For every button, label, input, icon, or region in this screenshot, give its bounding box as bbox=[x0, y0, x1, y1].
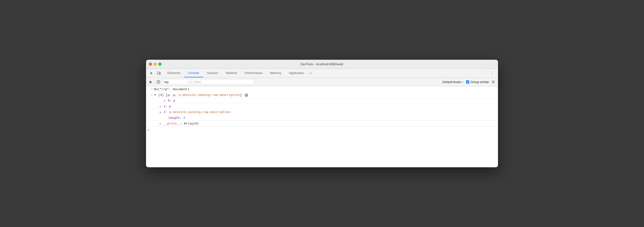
window-title: DevTools - localhost:8080/web/ bbox=[300, 62, 344, 66]
expand-icon-0[interactable]: ▶ bbox=[164, 100, 166, 102]
close-button[interactable] bbox=[149, 63, 152, 66]
default-levels-button[interactable]: Default levels ▾ bbox=[441, 79, 465, 85]
tabs-left-icons bbox=[147, 69, 164, 77]
prompt-symbol: > bbox=[148, 128, 149, 132]
collapse-arrow[interactable]: ▼ bbox=[154, 93, 156, 97]
console-input-text: $x("//p", document) bbox=[154, 88, 189, 91]
console-output: > $x("//p", document) < ▼ (3) [p, p, p.d… bbox=[146, 86, 498, 167]
tab-performance[interactable]: Performance bbox=[241, 69, 266, 77]
group-similar-label: Group similar bbox=[471, 80, 489, 84]
tab-memory[interactable]: Memory bbox=[266, 69, 285, 77]
svg-marker-2 bbox=[150, 81, 152, 83]
more-options-button[interactable]: ⋮ bbox=[488, 70, 495, 76]
gear-icon: ⚙ bbox=[492, 80, 495, 84]
expand-proto-icon[interactable]: ▶ bbox=[160, 123, 161, 125]
traffic-lights bbox=[149, 63, 162, 66]
svg-line-5 bbox=[157, 81, 160, 83]
levels-arrow-icon: ▾ bbox=[462, 81, 463, 83]
tab-elements[interactable]: Elements bbox=[164, 69, 184, 77]
levels-label: Default levels bbox=[442, 80, 461, 84]
settings-gear-button[interactable]: ⚙ bbox=[490, 79, 496, 85]
expand-icon-1[interactable]: ▶ bbox=[160, 105, 161, 108]
tabs-right-icons: ⋮ bbox=[486, 69, 497, 77]
input-gutter: > bbox=[148, 87, 154, 91]
more-tabs-button[interactable]: » bbox=[308, 69, 314, 77]
svg-rect-0 bbox=[157, 72, 159, 74]
array-proto: ▶ __proto__: Array(0) bbox=[146, 121, 498, 126]
group-similar-checkbox[interactable] bbox=[466, 80, 469, 84]
maximize-button[interactable] bbox=[158, 63, 162, 66]
group-similar-checkbox-wrapper[interactable]: Group similar bbox=[466, 80, 489, 84]
info-icon[interactable]: i bbox=[245, 94, 248, 97]
console-toolbar: top ▾ Default levels ▾ Group similar ⚙ bbox=[146, 78, 498, 86]
array-length: length: 3 bbox=[146, 115, 498, 121]
devtools-window: DevTools - localhost:8080/web/ Elements … bbox=[146, 60, 498, 167]
tab-network[interactable]: Network bbox=[222, 69, 241, 77]
expand-icon-2[interactable]: ▶ bbox=[160, 111, 161, 114]
array-child-2: ▶ 2: p.devsite-landing-row-description bbox=[146, 109, 498, 115]
tab-sources[interactable]: Sources bbox=[203, 69, 222, 77]
title-bar: DevTools - localhost:8080/web/ bbox=[146, 60, 498, 69]
clear-console-button[interactable] bbox=[155, 79, 162, 85]
array-child-0: ▶ 0: p bbox=[146, 98, 498, 104]
tabs-bar: Elements Console Sources Network Perform… bbox=[146, 69, 498, 78]
context-selector[interactable]: top ▾ bbox=[163, 79, 191, 85]
filter-input[interactable] bbox=[192, 79, 254, 85]
context-value: top bbox=[164, 80, 187, 84]
svg-rect-1 bbox=[160, 73, 160, 74]
svg-rect-3 bbox=[150, 83, 152, 83]
console-input-field[interactable] bbox=[151, 128, 496, 132]
array-child-1: ▶ 1: p bbox=[146, 104, 498, 109]
console-prompt-row[interactable]: > bbox=[146, 126, 498, 133]
inspect-element-icon[interactable] bbox=[148, 70, 155, 76]
execute-script-button[interactable] bbox=[148, 79, 154, 85]
device-toolbar-icon[interactable] bbox=[156, 70, 162, 76]
tab-console[interactable]: Console bbox=[184, 69, 203, 77]
console-input-line: > $x("//p", document) bbox=[146, 86, 498, 92]
context-arrow-icon: ▾ bbox=[188, 81, 190, 83]
tab-application[interactable]: Application bbox=[285, 69, 308, 77]
console-output-array-header: < ▼ (3) [p, p, p.devsite-landing-row-des… bbox=[146, 92, 498, 98]
minimize-button[interactable] bbox=[154, 63, 157, 66]
output-gutter: < bbox=[148, 93, 154, 97]
